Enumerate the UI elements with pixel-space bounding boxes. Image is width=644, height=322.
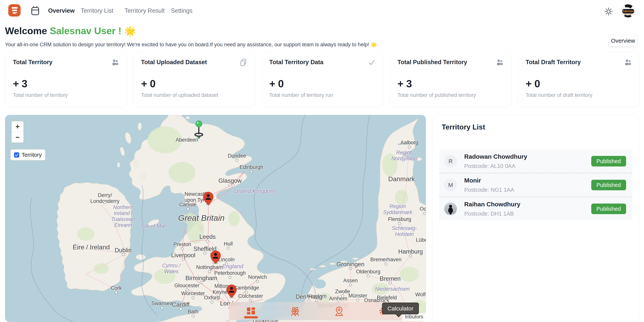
map-canvas [5, 115, 426, 322]
stat-card-title: Total Territory [13, 59, 119, 66]
red-person-marker[interactable] [226, 285, 237, 299]
map-city-dot [115, 291, 118, 294]
map-city-dot [182, 258, 185, 261]
map-city-dot [229, 276, 232, 279]
avatar: R [444, 155, 457, 167]
users-icon [624, 58, 632, 68]
map-zoom-control: + − [11, 121, 24, 143]
active-indicator [244, 316, 258, 318]
map-city-dot [208, 270, 211, 273]
territory-name: Monir [464, 177, 514, 184]
territory-list-item[interactable]: Raihan Chowdhury Postcode: DH1 1AB Publi… [439, 197, 632, 220]
stat-card: Total Draft Territory +0 Total number of… [518, 52, 640, 107]
nav-item-settings[interactable]: Settings [171, 7, 192, 14]
map-city-dot [192, 315, 194, 318]
map-city-dot [204, 252, 206, 255]
map-city-dot [367, 275, 370, 278]
territory-list-item[interactable]: M Monir Postcode: NG1 1AA Published [439, 173, 632, 196]
map-city-dot [398, 222, 401, 225]
copy-icon [239, 58, 248, 68]
map-city-dot [200, 281, 203, 284]
avatar-photo [444, 202, 457, 215]
avatar-brand-text: Salesnav [622, 9, 634, 13]
map-city-dot [210, 301, 214, 304]
territory-map[interactable]: AberdeenDundeeEdinburghGlasgowUnited Kin… [5, 115, 426, 322]
stat-card-subtitle: Total number of territory [13, 92, 119, 98]
overview-chip-button[interactable]: Overview [609, 35, 637, 46]
map-pin-icon[interactable] [334, 304, 344, 318]
stat-card-subtitle: Total number of uploaded dataset [141, 92, 247, 98]
map-city-dot [245, 291, 248, 294]
stat-card: Total Territory +3 Total number of terri… [5, 52, 127, 107]
map-city-dot [349, 267, 352, 270]
stat-card: Total Territory Data +0 Total number of … [261, 52, 383, 107]
map-city-dot [181, 247, 184, 250]
map-city-dot [389, 282, 392, 285]
territory-list-panel: Territory List R Radowan Chowdhury Postc… [432, 115, 639, 322]
stat-card-value: +3 [13, 78, 119, 90]
page-title: Welcome Salesnav User ! 🌟 [5, 25, 136, 36]
nav-item-overview[interactable]: Overview [48, 7, 75, 14]
user-avatar[interactable]: Salesnav [621, 4, 636, 19]
stat-card-subtitle: Total number of draft territory [526, 92, 632, 98]
stat-card-title: Total Territory Data [269, 59, 375, 66]
zoom-in-button[interactable]: + [12, 121, 24, 132]
map-city-dot [250, 170, 253, 173]
territory-list-title: Territory List [442, 123, 639, 131]
nav-item-territory-result[interactable]: Territory Result [124, 7, 164, 14]
map-city-dot [180, 308, 182, 311]
map-city-dot [227, 247, 230, 250]
map-city-dot [161, 307, 164, 309]
status-badge: Published [591, 156, 626, 166]
map-city-dot [423, 212, 426, 215]
red-person-marker[interactable] [203, 192, 214, 206]
territory-list[interactable]: R Radowan Chowdhury Postcode: AL10 0AA P… [439, 150, 632, 220]
territory-layer-label: Territory [22, 152, 42, 158]
map-city-dot [349, 284, 352, 287]
territory-postcode: Postcode: NG1 1AA [464, 187, 514, 193]
stat-cards-row: Total Territory +3 Total number of terri… [5, 52, 640, 107]
map-layer-control: Territory [10, 149, 46, 161]
stat-card-title: Total Published Territory [398, 59, 504, 66]
stat-card-subtitle: Total number of territory run [269, 92, 375, 98]
status-badge: Published [591, 204, 626, 214]
star-emoji: 🌟 [124, 25, 136, 36]
territory-postcode: Postcode: DH1 1AB [464, 211, 520, 217]
map-city-dot [236, 159, 238, 162]
map-city-dot [409, 255, 412, 257]
map-city-dot [225, 263, 228, 266]
navbar: Overview Territory List Territory Result… [0, 0, 644, 21]
welcome-user-name: Salesnav User ! [50, 25, 122, 36]
logo-bars [8, 4, 20, 16]
users-group-icon[interactable] [290, 304, 300, 318]
calculator-tooltip: Calculator [382, 303, 419, 314]
users-icon [496, 58, 504, 68]
map-city-dot [356, 299, 359, 302]
dashboard-icon[interactable] [246, 304, 256, 318]
territory-name: Radowan Chowdhury [464, 153, 527, 160]
theme-toggle-sun-icon[interactable] [604, 7, 613, 16]
stat-card-title: Total Uploaded Dataset [141, 59, 247, 66]
map-city-dot [186, 208, 190, 211]
stat-card: Total Uploaded Dataset +0 Total number o… [133, 52, 255, 107]
green-pin-marker[interactable] [193, 121, 204, 140]
map-city-dot [341, 295, 344, 297]
map-city-dot [408, 146, 411, 149]
territory-layer-checkbox[interactable] [14, 152, 19, 158]
territory-list-item[interactable]: R Radowan Chowdhury Postcode: AL10 0AA P… [439, 150, 632, 173]
stat-card-value: +0 [526, 78, 632, 90]
map-city-dot [229, 184, 232, 186]
status-badge: Published [591, 180, 626, 190]
stat-card: Total Published Territory +3 Total numbe… [390, 52, 512, 107]
stat-card-title: Total Draft Territory [526, 59, 632, 66]
map-city-dot [104, 201, 106, 204]
map-city-dot [186, 289, 188, 292]
territory-name: Raihan Chowdhury [464, 201, 520, 208]
red-person-marker[interactable] [210, 251, 221, 265]
nav-item-territory-list[interactable]: Territory List [81, 7, 113, 14]
map-city-dot [249, 299, 252, 302]
zoom-out-button[interactable]: − [12, 132, 24, 143]
salesnav-logo-icon[interactable] [8, 4, 20, 16]
map-city-dot [256, 280, 259, 283]
calendar-icon[interactable] [30, 5, 40, 17]
